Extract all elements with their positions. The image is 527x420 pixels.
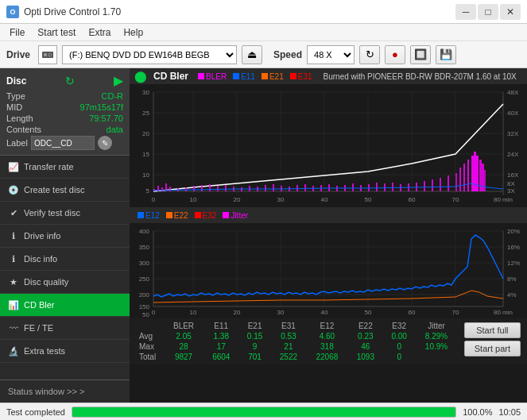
avg-e31: 0.53	[271, 331, 306, 341]
disc-label-edit-button[interactable]: ✎	[98, 136, 112, 150]
e22-legend-color	[166, 212, 172, 218]
menu-file[interactable]: File	[3, 25, 31, 40]
minimize-button[interactable]: ─	[455, 4, 476, 20]
disc-header: Disc ↻ ▶	[6, 73, 123, 88]
svg-rect-70	[440, 178, 441, 191]
drive-icon	[38, 45, 57, 64]
status-window-button[interactable]: Status window >> >	[0, 380, 130, 403]
avg-jitter: 8.29%	[415, 331, 457, 341]
refresh-button[interactable]: ↻	[359, 45, 380, 64]
stats-avg-row: Avg 2.05 1.38 0.15 0.53 4.60 0.23 0.00 8…	[136, 331, 458, 341]
sidebar-item-cd-bler[interactable]: 📊 CD Bler	[0, 294, 130, 317]
disc-label-input[interactable]	[31, 136, 95, 150]
status-text: Test completed	[6, 407, 65, 417]
eject-button[interactable]: ⏏	[242, 45, 262, 64]
start-part-button[interactable]: Start part	[464, 341, 521, 356]
svg-text:30: 30	[277, 196, 285, 203]
svg-text:16%: 16%	[507, 244, 520, 251]
sidebar-item-drive-info[interactable]: ℹ Drive info	[0, 225, 130, 248]
svg-rect-41	[209, 184, 211, 191]
svg-rect-64	[392, 183, 393, 191]
bottom-chart-svg: 400 350 300 250 200 150 50 20% 16% 12% 8…	[130, 223, 527, 318]
speed-select[interactable]: 48 X	[307, 45, 355, 64]
svg-text:40X: 40X	[507, 110, 519, 117]
sidebar-item-transfer-rate[interactable]: 📈 Transfer rate	[0, 156, 130, 179]
col-jitter: Jitter	[415, 321, 457, 331]
app-title: Opti Drive Control 1.70	[24, 6, 121, 17]
extra-tests-icon: 🔬	[8, 345, 19, 356]
svg-rect-36	[169, 187, 171, 191]
burn-button[interactable]: ●	[385, 45, 405, 64]
legend-bler: BLER	[198, 72, 227, 81]
menu-extra[interactable]: Extra	[82, 25, 117, 40]
start-full-button[interactable]: Start full	[464, 322, 521, 338]
svg-text:24X: 24X	[507, 151, 519, 158]
legend-e32: E32	[195, 211, 217, 220]
top-chart-container: 30 25 20 15 10 5 48X 40X 32X 24X 16X 8X …	[130, 84, 527, 207]
legend-e12: E12	[138, 211, 160, 220]
svg-rect-52	[296, 185, 298, 191]
maximize-button[interactable]: □	[478, 4, 498, 20]
col-e21: E21	[238, 321, 270, 331]
top-chart-svg: 30 25 20 15 10 5 48X 40X 32X 24X 16X 8X …	[130, 84, 527, 207]
legend-jitter: Jitter	[223, 211, 248, 220]
svg-text:20: 20	[234, 196, 241, 203]
svg-rect-71	[448, 175, 449, 191]
sidebar-item-create-test-disc[interactable]: 💿 Create test disc	[0, 179, 130, 202]
svg-text:12%: 12%	[507, 260, 520, 267]
sidebar-item-extra-tests[interactable]: 🔬 Extra tests	[0, 340, 130, 363]
status-window-label: Status window >> >	[8, 387, 84, 396]
max-e22: 46	[348, 341, 383, 352]
svg-text:10: 10	[190, 309, 197, 316]
toolbar: Drive (F:) BENQ DVD DD EW164B BEGB ⏏ Spe…	[0, 41, 527, 68]
max-e11: 17	[203, 341, 238, 352]
disc-type-value: CD-R	[102, 91, 124, 101]
menu-help[interactable]: Help	[117, 25, 149, 40]
disc-refresh-icon[interactable]: ↻	[65, 75, 75, 87]
sidebar-label-create-test-disc: Create test disc	[24, 185, 84, 195]
max-e21: 9	[238, 341, 270, 352]
jitter-legend-label: Jitter	[231, 211, 248, 220]
legend-e11: E11	[233, 72, 255, 81]
disc-contents-label: Contents	[6, 125, 41, 134]
drive-select[interactable]: (F:) BENQ DVD DD EW164B BEGB	[62, 45, 237, 64]
verify-test-icon: ✔	[8, 207, 19, 218]
svg-text:8%: 8%	[507, 276, 517, 283]
svg-rect-69	[432, 179, 433, 191]
close-button[interactable]: ✕	[500, 4, 521, 20]
svg-text:40: 40	[321, 309, 328, 316]
col-e22: E22	[348, 321, 383, 331]
svg-rect-56	[328, 184, 330, 191]
max-jitter: 10.9%	[415, 341, 457, 352]
svg-text:300: 300	[139, 260, 150, 267]
total-e21: 701	[238, 352, 270, 362]
total-jitter	[415, 352, 457, 362]
disc-title: Disc	[6, 75, 26, 87]
sidebar-item-verify-test-disc[interactable]: ✔ Verify test disc	[0, 202, 130, 225]
sidebar-item-fe-te[interactable]: 〰 FE / TE	[0, 317, 130, 340]
stats-max-row: Max 28 17 9 21 318 46 0 10.9%	[136, 341, 458, 352]
disc-quality-icon: ★	[8, 276, 19, 287]
save-button[interactable]: 💾	[436, 45, 456, 64]
e32-legend-label: E32	[203, 211, 217, 220]
sidebar: Disc ↻ ▶ Type CD-R MID 97m15s17f Length …	[0, 68, 130, 403]
svg-text:20: 20	[142, 130, 149, 137]
menu-start-test[interactable]: Start test	[31, 25, 82, 40]
erase-button[interactable]: 🔲	[410, 45, 431, 64]
sidebar-item-disc-quality[interactable]: ★ Disc quality	[0, 271, 130, 294]
drive-label: Drive	[6, 49, 30, 60]
bler-legend-label: BLER	[206, 72, 227, 81]
svg-rect-62	[376, 183, 378, 191]
svg-text:80 min: 80 min	[494, 309, 513, 316]
avg-e21: 0.15	[238, 331, 270, 341]
svg-text:20: 20	[234, 309, 241, 316]
progress-bar-fill	[72, 407, 455, 417]
disc-info-icon: ℹ	[8, 253, 19, 264]
burn-info: Burned with PIONEER BD-RW BDR-207M 1.60 …	[324, 72, 517, 81]
create-test-icon: 💿	[8, 184, 19, 195]
col-bler: BLER	[164, 321, 203, 331]
e31-legend-label: E31	[298, 72, 312, 81]
sidebar-item-disc-info[interactable]: ℹ Disc info	[0, 248, 130, 271]
bottom-chart-header: E12 E22 E32 Jitter	[130, 207, 527, 223]
disc-label-row: Label ✎	[6, 136, 123, 150]
